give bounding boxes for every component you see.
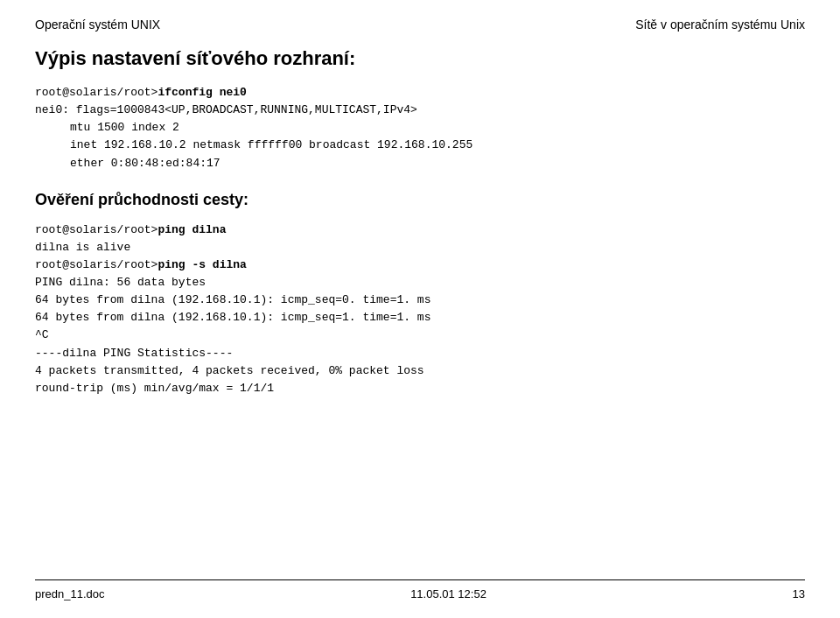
ping-s-output-7: round-trip (ms) min/avg/max = 1/1/1	[35, 380, 805, 397]
header-right: Sítě v operačním systému Unix	[635, 18, 805, 32]
ping-dilna-command-line: root@solaris/root>ping dilna	[35, 221, 805, 239]
ping-s-output-6: 4 packets transmitted, 4 packets receive…	[35, 362, 805, 380]
ping-s-output-5: ----dilna PING Statistics----	[35, 345, 805, 362]
footer-filename: predn_11.doc	[35, 587, 105, 600]
ping-s-cmd: ping -s dilna	[158, 258, 246, 271]
ping-cmd: ping dilna	[158, 223, 226, 236]
page-title: Výpis nastavení síťového rozhraní:	[35, 47, 805, 70]
ifconfig-output-line4: ether 0:80:48:ed:84:17	[35, 155, 805, 172]
title-section: Výpis nastavení síťového rozhraní:	[35, 47, 805, 70]
footer-page-number: 13	[793, 587, 805, 600]
prompt-2: root@solaris/root>	[35, 223, 158, 236]
header: Operační systém UNIX Sítě v operačním sy…	[35, 18, 805, 32]
prompt-3: root@solaris/root>	[35, 258, 158, 271]
ifconfig-output-line3: inet 192.168.10.2 netmask ffffff00 broad…	[35, 137, 805, 154]
footer: predn_11.doc 11.05.01 12:52 13	[35, 579, 805, 600]
ifconfig-output-line1: nei0: flags=1000843<UP,BROADCAST,RUNNING…	[35, 102, 805, 119]
prompt-1: root@solaris/root>	[35, 86, 158, 99]
ping-dilna-output: dilna is alive	[35, 239, 805, 256]
header-left: Operační systém UNIX	[35, 18, 160, 32]
ping-s-output-2: 64 bytes from dilna (192.168.10.1): icmp…	[35, 291, 805, 309]
content-area: root@solaris/root>ifconfig nei0 nei0: fl…	[35, 84, 805, 397]
ping-s-output-3: 64 bytes from dilna (192.168.10.1): icmp…	[35, 309, 805, 327]
ifconfig-command-line: root@solaris/root>ifconfig nei0	[35, 84, 805, 102]
page: Operační systém UNIX Sítě v operačním sy…	[0, 0, 840, 618]
ping-s-output-4: ^C	[35, 327, 805, 344]
ifconfig-output-line2: mtu 1500 index 2	[35, 119, 805, 137]
ping-s-output-1: PING dilna: 56 data bytes	[35, 274, 805, 291]
ping-s-dilna-command-line: root@solaris/root>ping -s dilna	[35, 256, 805, 274]
footer-date: 11.05.01 12:52	[410, 587, 486, 600]
section-heading: Ověření průchodnosti cesty:	[35, 188, 805, 213]
ifconfig-cmd: ifconfig nei0	[158, 86, 246, 99]
